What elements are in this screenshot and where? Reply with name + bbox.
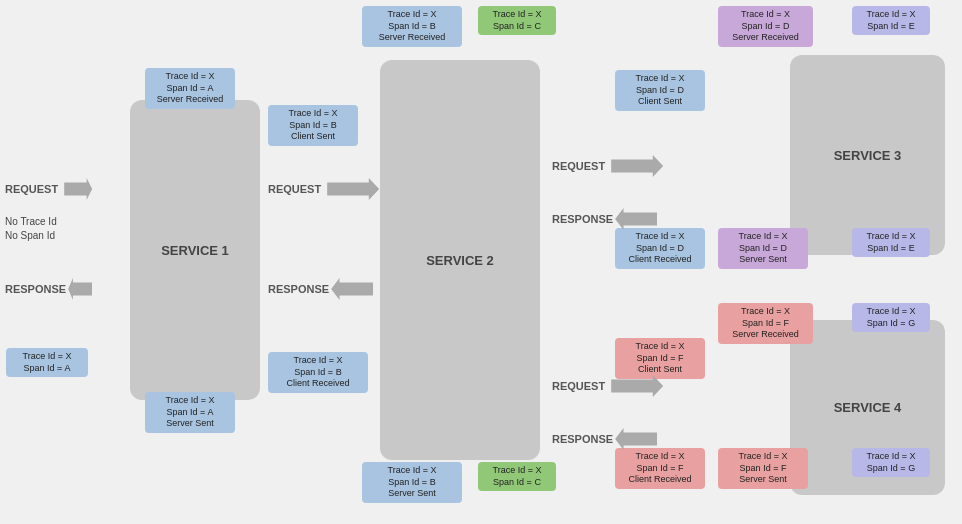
response-arrow-4: RESPONSE: [552, 428, 657, 450]
service2-label: SERVICE 2: [426, 253, 494, 268]
service3-label: SERVICE 3: [834, 148, 902, 163]
label-span-d-server-sent: Trace Id = XSpan Id = DServer Sent: [718, 228, 808, 269]
service4-label: SERVICE 4: [834, 400, 902, 415]
response-arrow-1: RESPONSE: [5, 278, 92, 300]
label-span-f-server-received: Trace Id = XSpan Id = FServer Received: [718, 303, 813, 344]
label-span-e-middle: Trace Id = XSpan Id = E: [852, 228, 930, 257]
service2-box: SERVICE 2: [380, 60, 540, 460]
label-span-a-server-received: Trace Id = XSpan Id = AServer Received: [145, 68, 235, 109]
label-span-b-client-received: Trace Id = XSpan Id = BClient Received: [268, 352, 368, 393]
request-arrow-2: REQUEST: [268, 178, 379, 200]
label-span-f-server-sent: Trace Id = XSpan Id = FServer Sent: [718, 448, 808, 489]
service1-label: SERVICE 1: [161, 243, 229, 258]
service1-box: SERVICE 1: [130, 100, 260, 400]
service3-box: SERVICE 3: [790, 55, 945, 255]
label-span-b-server-sent: Trace Id = XSpan Id = BServer Sent: [362, 462, 462, 503]
label-span-b-client-sent: Trace Id = XSpan Id = BClient Sent: [268, 105, 358, 146]
diagram: SERVICE 1 SERVICE 2 SERVICE 3 SERVICE 4 …: [0, 0, 962, 524]
label-span-d-client-sent: Trace Id = XSpan Id = DClient Sent: [615, 70, 705, 111]
label-span-b-server-received: Trace Id = XSpan Id = BServer Received: [362, 6, 462, 47]
label-span-c-top: Trace Id = XSpan Id = C: [478, 6, 556, 35]
request-arrow-3: REQUEST: [552, 155, 663, 177]
label-span-a-bottom: Trace Id = XSpan Id = A: [6, 348, 88, 377]
label-span-d-server-received: Trace Id = XSpan Id = DServer Received: [718, 6, 813, 47]
response-arrow-3: RESPONSE: [552, 208, 657, 230]
label-span-f-client-received: Trace Id = XSpan Id = FClient Received: [615, 448, 705, 489]
label-span-e-top: Trace Id = XSpan Id = E: [852, 6, 930, 35]
label-span-g-top: Trace Id = XSpan Id = G: [852, 303, 930, 332]
label-span-g-bottom: Trace Id = XSpan Id = G: [852, 448, 930, 477]
response-arrow-2: RESPONSE: [268, 278, 373, 300]
label-span-f-client-sent: Trace Id = XSpan Id = FClient Sent: [615, 338, 705, 379]
request-arrow-1: REQUEST: [5, 178, 92, 200]
label-span-d-client-received: Trace Id = XSpan Id = DClient Received: [615, 228, 705, 269]
label-span-a-server-sent: Trace Id = XSpan Id = AServer Sent: [145, 392, 235, 433]
request-arrow-4: REQUEST: [552, 375, 663, 397]
label-span-c-bottom: Trace Id = XSpan Id = C: [478, 462, 556, 491]
no-trace-text: No Trace IdNo Span Id: [5, 215, 57, 243]
